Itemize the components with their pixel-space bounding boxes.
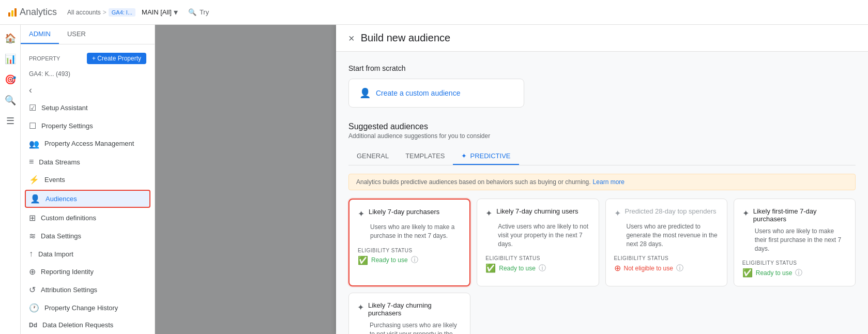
sidebar-item-custom-definitions[interactable]: ⊞ Custom definitions (21, 209, 155, 227)
eligibility-status-2: ⊕ Not eligible to use ⓘ (614, 263, 719, 273)
status-warn-icon-2: ⊕ (614, 263, 621, 273)
suggested-title: Suggested audiences (348, 122, 856, 131)
search-icon: 🔍 (188, 8, 196, 16)
reporting-icon: ⊕ (29, 267, 36, 277)
custom-def-icon: ⊞ (29, 213, 36, 223)
tab-admin[interactable]: ADMIN (21, 25, 59, 44)
sidebar-item-data-import[interactable]: ↑ Data Import (21, 245, 155, 263)
header-search[interactable]: 🔍 Try (188, 8, 209, 16)
history-icon: 🕐 (29, 303, 39, 313)
modal-body: Start from scratch 👤 Create a custom aud… (336, 52, 868, 334)
account-path: All accounts > GA4: I... (67, 8, 135, 17)
ga4-badge[interactable]: GA4: I... (109, 8, 135, 17)
sidebar: ADMIN USER Property + Create Property GA… (21, 25, 155, 334)
card-header-3: ✦ Likely first-time 7-day purchasers (742, 207, 847, 223)
sidebar-item-change-history[interactable]: 🕐 Property Change History (21, 299, 155, 317)
audience-card-3[interactable]: ✦ Likely first-time 7-day purchasers Use… (734, 199, 856, 286)
sidebar-item-property-access[interactable]: 👥 Property Access Management (21, 135, 155, 153)
card-icon-2: ✦ (614, 208, 621, 218)
eligibility-status-1: ✅ Ready to use ⓘ (485, 263, 590, 273)
attribution-icon: ↺ (29, 285, 36, 295)
sidebar-item-data-deletion[interactable]: Dd Data Deletion Requests (21, 317, 155, 333)
help-icon-3[interactable]: ⓘ (795, 268, 802, 278)
sidebar-item-reporting-identity[interactable]: ⊕ Reporting Identity (21, 263, 155, 281)
nav-explore[interactable]: 🎯 (1, 70, 20, 89)
people-icon: 👥 (29, 139, 39, 149)
tab-templates[interactable]: TEMPLATES (397, 148, 453, 165)
help-icon-0[interactable]: ⓘ (411, 255, 418, 265)
audience-card-row2-0[interactable]: ✦ Likely 7-day churning purchasers Purch… (348, 293, 470, 334)
learn-more-link[interactable]: Learn more (593, 178, 625, 186)
sidebar-item-property-settings[interactable]: ☐ Property Settings (21, 117, 155, 135)
card-icon-row2-0: ✦ (357, 302, 364, 312)
modal-panel: × Build new audience Start from scratch … (336, 25, 868, 334)
card-desc-3: Users who are likely to make their first… (755, 227, 847, 253)
card-desc-0: Users who are likely to make a purchase … (370, 223, 461, 240)
predictive-icon: ✦ (461, 152, 467, 160)
card-header-row2-0: ✦ Likely 7-day churning purchasers (357, 301, 462, 317)
tab-general[interactable]: GENERAL (348, 148, 397, 165)
card-header-0: ✦ Likely 7-day purchasers (358, 208, 461, 219)
card-desc-2: Users who are predicted to generate the … (627, 222, 719, 248)
status-text-1: Ready to use (499, 265, 536, 272)
audience-card-2[interactable]: ✦ Predicted 28-day top spenders Users wh… (605, 199, 727, 286)
card-icon-3: ✦ (742, 208, 749, 218)
audience-card-0[interactable]: ✦ Likely 7-day purchasers Users who are … (348, 199, 470, 286)
sidebar-item-events[interactable]: ⚡ Events (21, 171, 155, 189)
create-custom-audience-card[interactable]: 👤 Create a custom audience (348, 79, 524, 108)
custom-audience-label: Create a custom audience (376, 89, 460, 97)
chevron-down-icon: ▾ (174, 7, 178, 17)
card-icon-1: ✦ (485, 208, 492, 218)
top-header: Analytics All accounts > GA4: I... MAIN … (0, 0, 868, 25)
sidebar-item-audiences[interactable]: 👤 Audiences (25, 190, 150, 208)
from-scratch-label: Start from scratch (348, 64, 856, 72)
sidebar-item-attribution[interactable]: ↺ Attribution Settings (21, 281, 155, 299)
status-text-3: Ready to use (756, 269, 793, 277)
sidebar-item-setup[interactable]: ☑ Setup Assistant (21, 99, 155, 117)
audience-card-1[interactable]: ✦ Likely 7-day churning users Active use… (477, 199, 599, 286)
suggested-subtitle: Additional audience suggestions for you … (348, 132, 856, 140)
content-area: × Build new audience Start from scratch … (155, 25, 868, 334)
app-title: Analytics (20, 7, 57, 18)
tab-user[interactable]: USER (59, 25, 94, 44)
create-property-button[interactable]: + Create Property (87, 53, 146, 64)
sidebar-section: Property + Create Property GA4: K... (49… (21, 44, 155, 334)
audience-tabs: GENERAL TEMPLATES ✦ PREDICTIVE (348, 148, 856, 165)
status-text-0: Ready to use (371, 256, 408, 264)
all-accounts-label: All accounts (67, 9, 101, 16)
ga4-property-label: GA4: K... (493) (21, 68, 155, 82)
sidebar-item-data-settings[interactable]: ≋ Data Settings (21, 227, 155, 245)
eligibility-label-1: ELIGIBILITY STATUS (485, 255, 590, 261)
nav-advertising[interactable]: 🔍 (1, 91, 20, 110)
modal-header: × Build new audience (336, 25, 868, 52)
tab-predictive[interactable]: ✦ PREDICTIVE (453, 148, 519, 165)
info-bar: Analytics builds predictive audiences ba… (348, 174, 856, 190)
nav-home[interactable]: 🏠 (1, 29, 20, 48)
analytics-logo (8, 8, 17, 17)
events-icon: ⚡ (29, 175, 39, 185)
deletion-icon: Dd (29, 322, 37, 329)
property-header: Property + Create Property (21, 49, 155, 68)
property-label: Property (29, 55, 60, 62)
data-settings-icon: ≋ (29, 231, 36, 241)
breadcrumb-sep: > (103, 9, 106, 16)
suggested-section: Suggested audiences Additional audience … (348, 122, 856, 334)
status-ok-icon-1: ✅ (485, 263, 496, 273)
audience-grid-row1: ✦ Likely 7-day purchasers Users who are … (348, 199, 856, 286)
nav-configure[interactable]: ☰ (1, 112, 20, 130)
card-header-2: ✦ Predicted 28-day top spenders (614, 207, 719, 218)
modal-title: Build new audience (361, 32, 450, 44)
help-icon-2[interactable]: ⓘ (676, 264, 683, 273)
card-header-1: ✦ Likely 7-day churning users (485, 207, 590, 218)
nav-reports[interactable]: 📊 (1, 50, 20, 68)
status-ok-icon-3: ✅ (742, 268, 753, 278)
sidebar-item-data-streams[interactable]: ≡ Data Streams (21, 153, 155, 171)
eligibility-label-0: ELIGIBILITY STATUS (358, 248, 461, 253)
main-selector[interactable]: MAIN [All] ▾ (142, 7, 178, 17)
settings-icon: ☐ (29, 121, 36, 131)
setup-icon: ☑ (29, 103, 36, 113)
back-button[interactable]: ‹ (21, 82, 155, 99)
help-icon-1[interactable]: ⓘ (539, 264, 546, 273)
close-button[interactable]: × (348, 33, 355, 43)
eligibility-status-0: ✅ Ready to use ⓘ (358, 255, 461, 265)
